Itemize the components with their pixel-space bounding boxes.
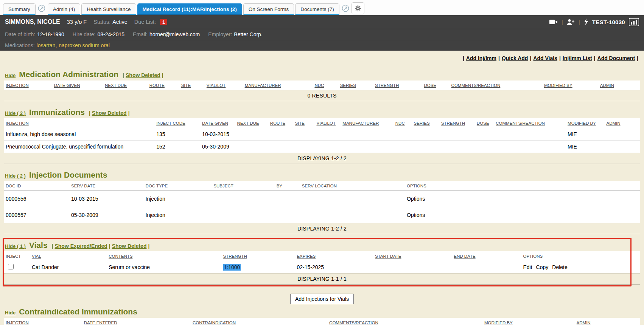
section-links: |Show Expired/Ended|Show Deleted| — [51, 243, 151, 249]
column-header[interactable]: SERIES — [414, 121, 430, 125]
vials-table: INJECT VIAL CONTENTS STRENGTH EXPIRES ST… — [4, 251, 640, 285]
due-list-label: Due List: — [134, 19, 156, 25]
separator: | — [123, 72, 124, 78]
column-header[interactable]: STRENGTH — [441, 121, 465, 125]
column-header[interactable]: DATE GIVEN — [54, 83, 80, 88]
column-header[interactable]: STRENGTH — [223, 254, 247, 258]
expires-date: 02-15-2025 — [295, 261, 373, 274]
show-deleted-link[interactable]: Show Deleted — [112, 243, 147, 249]
column-header[interactable]: NDC — [314, 83, 324, 88]
column-header[interactable]: MANUFACTURER — [342, 121, 379, 125]
column-header[interactable]: CONTRAINDICATION — [193, 320, 236, 325]
column-header[interactable]: NEXT DUE — [105, 83, 127, 88]
column-header: OPTIONS — [523, 254, 543, 258]
medication-link[interactable]: naproxen sodium oral — [59, 42, 110, 48]
popout-icon[interactable] — [38, 5, 45, 12]
column-header[interactable]: COMMENTS/REACTION — [329, 320, 378, 325]
show-deleted-link[interactable]: Show Deleted — [92, 110, 127, 116]
column-header[interactable]: INJECTION — [6, 320, 29, 325]
column-header[interactable]: OPTIONS — [407, 184, 426, 188]
column-header[interactable]: INJECTION — [6, 121, 29, 125]
tab-admin[interactable]: Admin (4) — [48, 3, 81, 15]
vial-select-checkbox[interactable] — [8, 264, 14, 269]
empty-cell — [452, 261, 521, 274]
column-header[interactable]: SITE — [295, 121, 305, 125]
column-header[interactable]: SERIES — [340, 83, 356, 88]
tab-documents[interactable]: Documents (7) — [295, 3, 339, 15]
column-header[interactable]: STRENGTH — [375, 83, 399, 88]
column-header[interactable]: SITE — [181, 83, 191, 88]
video-camera-icon[interactable] — [549, 19, 558, 25]
column-header[interactable]: DOSE — [424, 83, 436, 88]
column-header[interactable]: DATE GIVEN — [202, 121, 228, 125]
add-person-icon[interactable] — [567, 19, 575, 25]
column-header[interactable]: NDC — [395, 121, 405, 125]
lightning-bolt-icon[interactable] — [584, 19, 588, 25]
column-header[interactable]: START DATE — [375, 254, 401, 258]
table-header-row: INJECTION INJECT CODE DATE GIVEN NEXT DU… — [4, 118, 640, 128]
add-injections-for-vials-button[interactable]: Add Injections for Vials — [290, 294, 354, 304]
column-header[interactable]: NEXT DUE — [237, 121, 259, 125]
column-header[interactable]: DOC TYPE — [146, 184, 168, 188]
hide-link[interactable]: Hide ( 2 ) — [5, 110, 26, 116]
column-header[interactable]: MODIFIED BY — [568, 121, 596, 125]
hide-link[interactable]: Hide ( 1 ) — [5, 243, 26, 249]
tab-summary[interactable]: Summary — [3, 3, 36, 15]
tab-health-surveillance[interactable]: Health Surveillance — [81, 3, 136, 15]
separator: | — [463, 55, 464, 61]
modified-by: MIE — [566, 141, 605, 153]
column-header[interactable]: VIAL/LOT — [207, 83, 226, 88]
column-header[interactable]: VIAL/LOT — [316, 121, 336, 125]
column-header[interactable]: ROUTE — [149, 83, 165, 88]
add-document-link[interactable]: Add Document — [597, 55, 635, 61]
add-inj-imm-link[interactable]: Add Inj/Imm — [466, 55, 496, 61]
column-header[interactable]: EXPIRES — [297, 254, 316, 258]
column-header[interactable]: MODIFIED BY — [484, 320, 513, 325]
column-header[interactable]: DOSE — [477, 121, 489, 125]
column-header[interactable]: DOC ID — [6, 184, 21, 188]
popout-icon[interactable] — [342, 5, 349, 12]
column-header[interactable]: SUBJECT — [213, 184, 233, 188]
column-header[interactable]: DATE ENTERED — [84, 320, 117, 325]
show-expired-link[interactable]: Show Expired/Ended — [54, 243, 107, 249]
bar-chart-icon[interactable] — [629, 18, 639, 26]
column-header[interactable]: ADMIN — [607, 121, 621, 125]
due-list-count-badge[interactable]: 1 — [160, 19, 167, 25]
tab-bar: Summary Admin (4) Health Surveillance Me… — [0, 0, 644, 15]
tab-medical-record[interactable]: Medical Record (11):MAR/Injections (2) — [137, 3, 242, 15]
delete-link[interactable]: Delete — [552, 264, 567, 270]
empty-cell — [412, 128, 440, 141]
settings-gear-icon[interactable] — [352, 2, 364, 14]
doc-id: 0000557 — [4, 207, 70, 223]
column-header[interactable]: SERV LOCATION — [302, 184, 337, 188]
section-contraindicated-immunizations: Hide Contraindicated Immunizations INJEC… — [4, 308, 640, 325]
column-header[interactable]: INJECT CODE — [156, 121, 185, 125]
options-menu[interactable]: Options — [407, 212, 425, 218]
column-header[interactable]: ADMIN — [577, 320, 591, 325]
column-header[interactable]: CONTENTS — [109, 254, 132, 258]
column-header[interactable]: MANUFACTURER — [245, 83, 281, 88]
tab-on-screen-forms[interactable]: On Screen Forms — [243, 3, 294, 15]
hide-link[interactable]: Hide — [5, 310, 16, 316]
empty-cell — [269, 141, 294, 153]
hide-link[interactable]: Hide ( 2 ) — [5, 173, 26, 179]
copy-link[interactable]: Copy — [536, 264, 549, 270]
column-header[interactable]: ADMIN — [600, 83, 614, 88]
column-header[interactable]: INJECTION — [6, 83, 29, 88]
show-deleted-link[interactable]: Show Deleted — [126, 72, 160, 78]
inj-imm-list-link[interactable]: Inj/Imm List — [563, 55, 592, 61]
options-menu[interactable]: Options — [407, 196, 425, 202]
quick-add-link[interactable]: Quick Add — [502, 55, 528, 61]
hide-link[interactable]: Hide — [5, 73, 16, 78]
column-header[interactable]: ROUTE — [270, 121, 285, 125]
edit-link[interactable]: Edit — [523, 264, 532, 270]
column-header[interactable]: COMMENTS/REACTION — [451, 83, 501, 88]
medication-link[interactable]: losartan — [37, 42, 56, 48]
column-header[interactable]: MODIFIED BY — [544, 83, 572, 88]
column-header[interactable]: END DATE — [454, 254, 475, 258]
add-vials-link[interactable]: Add Vials — [533, 55, 557, 61]
column-header[interactable]: VIAL — [32, 254, 41, 258]
column-header[interactable]: COMMENTS/REACTION — [496, 121, 545, 125]
column-header[interactable]: BY — [277, 184, 282, 188]
column-header[interactable]: SERV DATE — [71, 184, 95, 188]
